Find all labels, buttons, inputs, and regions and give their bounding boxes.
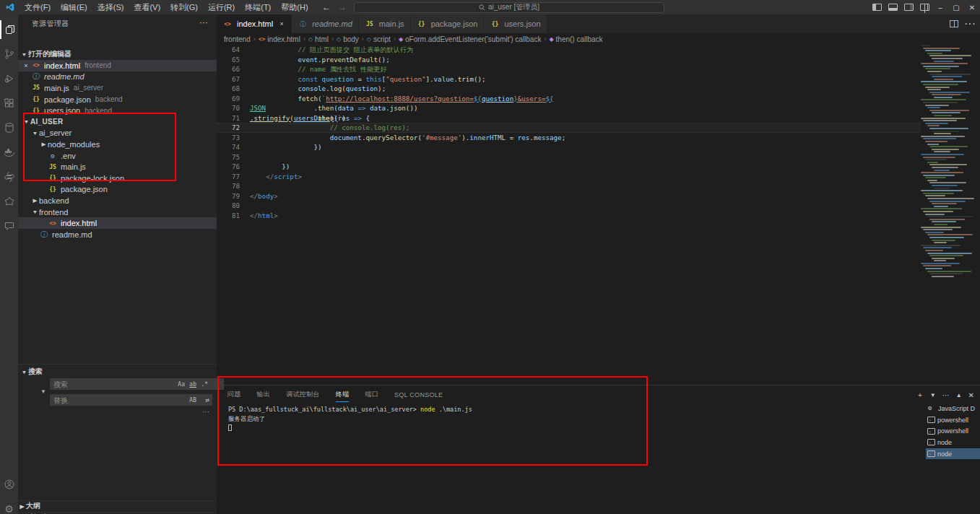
terminal-list-item-powershell[interactable]: ›_powershell [926, 414, 980, 426]
account-icon[interactable] [0, 475, 18, 494]
open-editor-item[interactable]: ×<>index.htmlfrontend [18, 60, 217, 71]
replace-input[interactable] [50, 394, 212, 406]
close-editor-icon[interactable]: × [21, 62, 31, 69]
extensions-icon[interactable] [0, 94, 18, 113]
tree-item-package-lock.json[interactable]: {}package-lock.json [18, 173, 217, 184]
replace-all-icon[interactable]: ⇄ [206, 396, 209, 404]
panel-tab-调试控制台[interactable]: 调试控制台 [286, 390, 320, 401]
terminal-dropdown-chevron-icon[interactable]: ▼ [930, 392, 936, 398]
terminal-output[interactable]: PS D:\aas_fullstuck_ai\fullstack\ai_user… [228, 405, 472, 432]
minimap[interactable] [921, 45, 979, 287]
new-terminal-icon[interactable]: ＋ [916, 390, 924, 400]
panel-tab-端口[interactable]: 端口 [365, 390, 378, 401]
search-more-actions-icon[interactable]: ··· [202, 408, 209, 416]
settings-gear-icon[interactable]: ⚙ [0, 500, 18, 514]
tab-users.json[interactable]: {}users.json [484, 14, 547, 33]
panel-more-actions-icon[interactable]: ··· [942, 391, 950, 399]
forward-arrow-icon[interactable]: → [338, 2, 347, 12]
editor-more-actions-icon[interactable]: ··· [964, 17, 976, 30]
open-editor-item[interactable]: {}users.jsonbackend [18, 105, 217, 116]
tab-readme.md[interactable]: ⓘreadme.md [292, 14, 359, 33]
menu-item-4[interactable]: 转到(G) [165, 3, 203, 12]
tree-item-backend[interactable]: ▶backend [18, 195, 217, 206]
code-token: script [274, 173, 298, 180]
comments-icon[interactable] [0, 217, 18, 235]
search-input[interactable] [50, 378, 224, 390]
breadcrumb-item[interactable]: ◆oForm.addEventListener('submit') callba… [399, 35, 542, 43]
toggle-secondary-sidebar-icon[interactable] [904, 4, 914, 11]
tab-package.json[interactable]: {}package.json [411, 14, 485, 33]
close-button[interactable]: ✕ [964, 0, 980, 14]
toggle-panel-icon[interactable] [888, 4, 898, 11]
menu-item-3[interactable]: 查看(V) [129, 3, 165, 12]
run-debug-icon[interactable] [0, 69, 18, 88]
menu-item-7[interactable]: 帮助(H) [276, 3, 313, 12]
terminal-list-item-JavaScript D[interactable]: ⚙JavaScript D [926, 403, 980, 414]
terminal-list-item-node[interactable]: ›_node [926, 448, 980, 460]
tab-main.js[interactable]: JSmain.js [359, 14, 411, 33]
toggle-replace-chevron-icon[interactable]: ▼ [40, 388, 46, 395]
regex-toggle[interactable]: .* [201, 381, 208, 388]
command-center-search[interactable]: ai_user [管理员] [354, 2, 664, 13]
whole-word-toggle[interactable]: ab [189, 381, 196, 388]
docker-icon[interactable] [0, 143, 18, 162]
customize-layout-icon[interactable] [920, 4, 929, 11]
explorer-icon[interactable] [0, 20, 18, 39]
preserve-case-toggle[interactable]: AB [189, 397, 196, 404]
database-icon[interactable] [0, 118, 18, 137]
toggle-sidebar-icon[interactable] [872, 4, 882, 11]
minimize-button[interactable]: – [932, 0, 948, 14]
menu-item-6[interactable]: 终端(T) [240, 3, 276, 12]
close-tab-icon[interactable]: × [278, 20, 285, 27]
minimap-line [927, 125, 940, 126]
tree-item-.env[interactable]: ⚙.env [18, 150, 217, 162]
panel-tab-输出[interactable]: 输出 [257, 390, 271, 401]
python-icon[interactable] [0, 167, 18, 186]
source-control-icon[interactable] [0, 45, 18, 64]
breadcrumb-item[interactable]: ◇html [308, 35, 329, 43]
tree-item-label: package-lock.json [61, 174, 124, 183]
terminal-list-item-node[interactable]: ›_node [926, 437, 980, 448]
code-token [250, 123, 330, 131]
menu-item-5[interactable]: 运行(R) [203, 3, 240, 12]
tree-item-readme.md[interactable]: ⓘreadme.md [18, 229, 217, 240]
breadcrumb-item[interactable]: ◇script [367, 35, 391, 43]
tree-item-frontend[interactable]: ▼frontend [18, 206, 217, 218]
open-editor-item[interactable]: ⓘreadme.md [18, 71, 217, 83]
menu-item-1[interactable]: 编辑(E) [56, 3, 92, 12]
tree-item-main.js[interactable]: JSmain.js [18, 161, 217, 173]
menu-item-0[interactable]: 文件(F) [19, 3, 56, 12]
panel-tab-问题[interactable]: 问题 [227, 390, 241, 401]
menu-item-2[interactable]: 选择(S) [92, 3, 129, 12]
explorer-more-actions-icon[interactable]: ··· [199, 17, 208, 27]
tree-item-package.json[interactable]: {}package.json [18, 184, 217, 196]
split-editor-icon[interactable] [950, 20, 958, 27]
terminal-list-item-powershell[interactable]: ›_powershell [926, 425, 980, 437]
code-token: document [330, 134, 362, 141]
open-editor-item[interactable]: {}package.jsonbackend [18, 94, 217, 105]
extension-misc-icon[interactable] [0, 192, 18, 211]
panel-tab-SQL CONSOLE[interactable]: SQL CONSOLE [394, 391, 443, 401]
breadcrumb-item[interactable]: <>index.html [259, 35, 300, 43]
search-section-header[interactable]: ▼ 搜索 [20, 366, 217, 378]
breadcrumb-item[interactable]: ◇body [337, 35, 359, 43]
nav-arrows: ← → [322, 0, 347, 14]
close-panel-icon[interactable]: ✕ [968, 391, 974, 399]
back-arrow-icon[interactable]: ← [322, 2, 331, 12]
tree-item-ai_server[interactable]: ▼ai_server [18, 128, 217, 139]
panel-tab-终端[interactable]: 终端 [336, 390, 350, 402]
maximize-button[interactable]: ▢ [948, 0, 964, 14]
open-editors-header[interactable]: ▼ 打开的编辑器 [20, 48, 71, 60]
breadcrumb-item[interactable]: ◆then() callback [549, 35, 602, 43]
tree-item-node_modules[interactable]: ▶node_modules [18, 139, 217, 150]
code-area[interactable]: 64 // 阻止页面提交 阻止表单的默认行为65 event.preventDe… [217, 45, 921, 220]
tab-index.html[interactable]: <>index.html× [217, 14, 292, 33]
sidebar-section-大纲[interactable]: ▶大纲 [18, 500, 217, 512]
code-token: res [518, 134, 530, 141]
open-editor-item[interactable]: JSmain.jsai_server [18, 82, 217, 94]
tree-item-index.html[interactable]: <>index.html [18, 217, 217, 229]
maximize-panel-icon[interactable]: ▲ [956, 392, 962, 398]
tree-item-AI_USER[interactable]: ▼AI_USER [18, 116, 217, 128]
match-case-toggle[interactable]: Aa [178, 381, 185, 388]
breadcrumb-item[interactable]: frontend [224, 35, 251, 43]
